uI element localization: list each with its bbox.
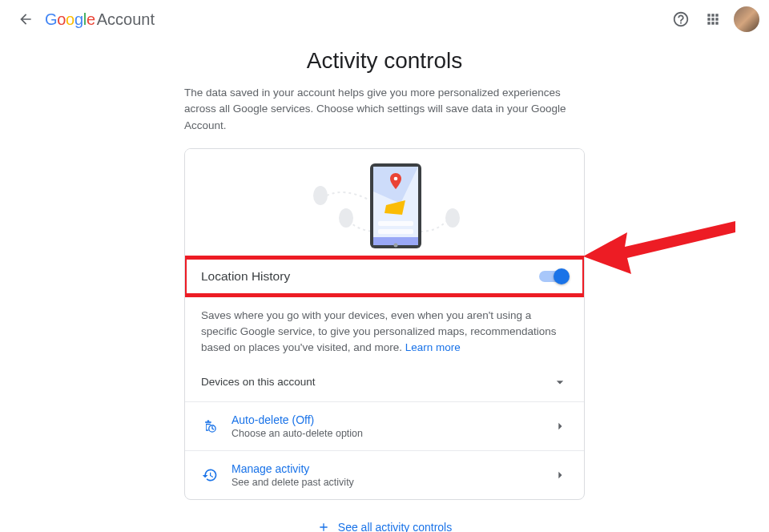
chevron-right-icon <box>552 418 568 434</box>
svg-point-2 <box>445 208 460 228</box>
devices-label: Devices on this account <box>201 376 316 388</box>
logo-g: G <box>45 10 57 28</box>
auto-delete-title: Auto-delete (Off) <box>232 413 552 426</box>
card-illustration <box>185 149 584 258</box>
toggle-knob <box>554 268 570 284</box>
svg-rect-7 <box>378 229 413 234</box>
logo-g2: g <box>74 10 83 28</box>
apps-grid-icon <box>705 11 721 27</box>
see-all-label: See all activity controls <box>338 521 452 533</box>
manage-activity-row[interactable]: Manage activity See and delete past acti… <box>185 451 584 499</box>
card-description: Saves where you go with your devices, ev… <box>201 309 556 354</box>
back-button[interactable] <box>10 3 42 35</box>
logo-o2: o <box>66 10 74 28</box>
chevron-right-icon <box>552 467 568 483</box>
history-icon <box>202 467 218 483</box>
location-history-card: Location History Saves where you go with… <box>184 148 585 500</box>
location-history-toggle[interactable] <box>539 271 568 282</box>
page-title: Activity controls <box>184 48 585 74</box>
svg-rect-6 <box>378 221 413 226</box>
toggle-label: Location History <box>201 269 290 284</box>
location-history-toggle-row: Location History <box>185 258 584 295</box>
auto-delete-row[interactable]: Auto-delete (Off) Choose an auto-delete … <box>185 402 584 450</box>
logo-e: e <box>87 10 95 28</box>
devices-expander[interactable]: Devices on this account <box>185 363 584 401</box>
svg-point-0 <box>313 186 328 205</box>
google-logo: Google Account <box>45 10 155 29</box>
account-avatar[interactable] <box>734 6 759 32</box>
learn-more-link[interactable]: Learn more <box>405 341 461 353</box>
card-description-block: Saves where you go with your devices, ev… <box>185 295 584 363</box>
arrow-back-icon <box>18 11 34 27</box>
svg-point-9 <box>394 243 398 247</box>
help-icon <box>672 10 690 28</box>
logo-o1: o <box>57 10 66 28</box>
svg-point-5 <box>394 176 398 180</box>
phone-map-icon <box>264 155 505 252</box>
auto-delete-subtitle: Choose an auto-delete option <box>232 428 552 439</box>
product-name: Account <box>97 10 155 29</box>
help-button[interactable] <box>665 3 697 35</box>
auto-delete-icon <box>202 418 218 434</box>
app-header: Google Account <box>0 0 769 38</box>
apps-button[interactable] <box>697 3 729 35</box>
see-all-activity-controls-link[interactable]: See all activity controls <box>317 521 452 533</box>
chevron-down-icon <box>552 374 568 390</box>
svg-marker-12 <box>583 221 735 274</box>
main-content: Activity controls The data saved in your… <box>184 48 585 532</box>
manage-activity-title: Manage activity <box>232 462 552 475</box>
annotation-arrow <box>583 210 743 282</box>
svg-rect-10 <box>207 420 210 421</box>
footer: See all activity controls <box>184 521 585 533</box>
arrow-icon <box>583 210 743 282</box>
plus-icon <box>317 521 330 533</box>
manage-activity-subtitle: See and delete past activity <box>232 477 552 488</box>
page-subtitle: The data saved in your account helps giv… <box>184 85 585 134</box>
svg-point-1 <box>339 208 353 228</box>
